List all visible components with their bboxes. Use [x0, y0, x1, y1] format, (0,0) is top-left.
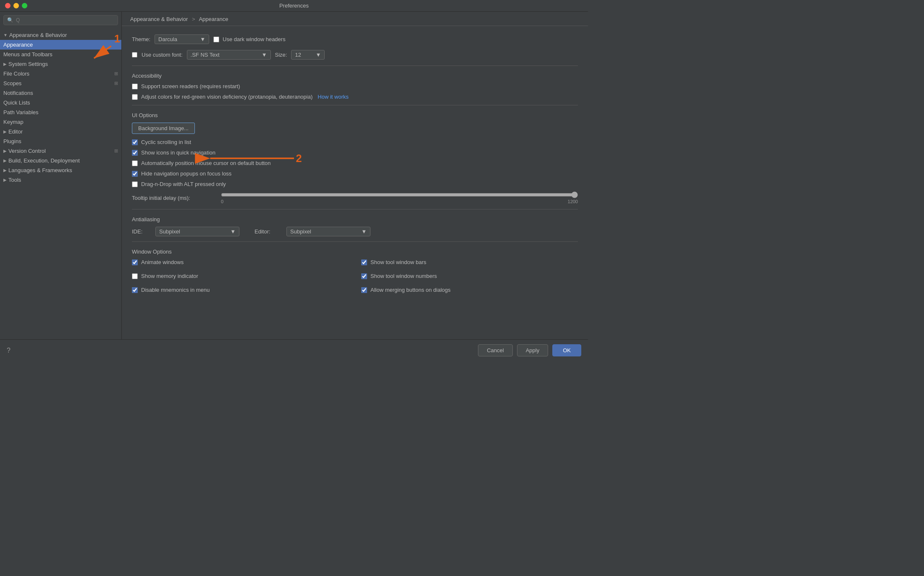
sidebar-item-label: System Settings	[8, 61, 48, 67]
cyclic-scroll-label: Cyclic scrolling in list	[141, 139, 191, 145]
window-title: Preferences	[279, 3, 309, 9]
expand-arrow: ▶	[3, 129, 7, 134]
search-box[interactable]: 🔍	[3, 15, 118, 25]
ui-options-title: UI Options	[132, 112, 578, 118]
show-memory-checkbox[interactable]	[132, 273, 138, 279]
animate-windows-label: Animate windows	[141, 259, 184, 265]
maximize-button[interactable]	[22, 3, 27, 8]
sidebar-item-path-variables[interactable]: Path Variables	[0, 107, 121, 117]
sidebar-item-label: Keymap	[3, 119, 24, 125]
title-bar: Preferences	[0, 0, 588, 12]
breadcrumb-parent: Appearance & Behavior	[130, 16, 188, 22]
custom-font-label: Use custom font:	[142, 52, 183, 58]
disable-mnemonics-checkbox[interactable]	[132, 287, 138, 293]
screen-readers-checkbox[interactable]	[132, 84, 138, 89]
minimize-button[interactable]	[13, 3, 19, 8]
search-icon: 🔍	[7, 17, 13, 23]
expand-arrow: ▶	[3, 149, 7, 153]
sidebar-item-scopes[interactable]: Scopes ⊞	[0, 79, 121, 88]
close-button[interactable]	[5, 3, 10, 8]
hide-nav-checkbox[interactable]	[132, 171, 138, 177]
size-dropdown[interactable]: 12 ▼	[291, 50, 325, 60]
ide-antialiasing-dropdown[interactable]: Subpixel ▼	[155, 227, 239, 236]
sidebar-item-keymap[interactable]: Keymap	[0, 117, 121, 127]
color-blind-checkbox[interactable]	[132, 94, 138, 100]
hide-nav-row: Hide navigation popups on focus loss	[132, 170, 578, 177]
sidebar-item-languages-frameworks[interactable]: ▶ Languages & Frameworks	[0, 165, 121, 175]
sidebar-item-quick-lists[interactable]: Quick Lists	[0, 98, 121, 107]
cyclic-scroll-checkbox[interactable]	[132, 139, 138, 145]
sidebar-item-build-execution[interactable]: ▶ Build, Execution, Deployment	[0, 156, 121, 165]
bottom-bar: ? Cancel Apply OK	[0, 339, 588, 361]
font-value: .SF NS Text	[191, 52, 220, 58]
font-dropdown-arrow: ▼	[262, 52, 267, 58]
sidebar-item-label: Path Variables	[3, 109, 39, 115]
sidebar: 🔍 ▼ Appearance & Behavior Appearance Men…	[0, 12, 122, 339]
divider-window-options	[132, 241, 578, 242]
cancel-button[interactable]: Cancel	[478, 344, 512, 356]
show-memory-row: Show memory indicator	[132, 273, 349, 279]
theme-dropdown[interactable]: Darcula ▼	[155, 34, 209, 44]
background-image-button[interactable]: Background Image...	[132, 123, 195, 134]
sidebar-item-label: Plugins	[3, 138, 21, 144]
show-tool-numbers-checkbox[interactable]	[361, 273, 367, 279]
sidebar-item-file-colors[interactable]: File Colors ⊞	[0, 69, 121, 79]
drag-drop-checkbox[interactable]	[132, 181, 138, 187]
sidebar-item-label: Notifications	[3, 90, 33, 96]
sidebar-item-appearance[interactable]: Appearance	[0, 40, 121, 50]
editor-antialiasing-dropdown[interactable]: Subpixel ▼	[286, 227, 370, 236]
sidebar-item-label: Appearance & Behavior	[9, 32, 67, 38]
sidebar-item-label: Menus and Toolbars	[3, 51, 52, 58]
cyclic-scroll-row: Cyclic scrolling in list	[132, 139, 578, 145]
search-input[interactable]	[16, 17, 114, 23]
sidebar-item-label: Languages & Frameworks	[8, 167, 72, 173]
custom-font-checkbox[interactable]	[132, 52, 137, 58]
ok-button[interactable]: OK	[552, 344, 581, 356]
sidebar-item-label: Scopes	[3, 80, 21, 86]
animate-windows-checkbox[interactable]	[132, 259, 138, 265]
sidebar-item-label: Editor	[8, 128, 23, 135]
sidebar-item-editor[interactable]: ▶ Editor	[0, 127, 121, 136]
auto-mouse-checkbox[interactable]	[132, 160, 138, 166]
allow-merging-checkbox[interactable]	[361, 287, 367, 293]
window-controls[interactable]	[5, 3, 27, 8]
expand-arrow: ▼	[3, 33, 8, 37]
breadcrumb: Appearance & Behavior > Appearance	[122, 12, 588, 26]
show-tool-numbers-row: Show tool window numbers	[361, 273, 578, 279]
show-memory-label: Show memory indicator	[141, 273, 198, 279]
copy-icon: ⊞	[114, 148, 118, 154]
help-icon[interactable]: ?	[7, 347, 10, 354]
copy-icon: ⊞	[114, 71, 118, 76]
show-icons-row: Show icons in quick navigation	[132, 149, 578, 156]
show-tool-bars-checkbox[interactable]	[361, 259, 367, 265]
dark-header-checkbox[interactable]	[213, 37, 219, 42]
sidebar-item-system-settings[interactable]: ▶ System Settings	[0, 59, 121, 69]
sidebar-item-label: File Colors	[3, 71, 29, 77]
allow-merging-row: Allow merging buttons on dialogs	[361, 287, 578, 293]
show-icons-checkbox[interactable]	[132, 150, 138, 156]
sidebar-item-tools[interactable]: ▶ Tools	[0, 175, 121, 185]
sidebar-item-menus-toolbars[interactable]: Menus and Toolbars	[0, 50, 121, 59]
expand-arrow: ▶	[3, 178, 7, 182]
font-dropdown[interactable]: .SF NS Text ▼	[187, 50, 271, 60]
how-it-works-link[interactable]: How it works	[318, 94, 349, 100]
sidebar-item-notifications[interactable]: Notifications	[0, 88, 121, 98]
sidebar-item-version-control[interactable]: ▶ Version Control ⊞	[0, 146, 121, 156]
window-options-title: Window Options	[132, 249, 578, 255]
settings-content: Theme: Darcula ▼ Use dark window headers…	[122, 26, 588, 339]
size-label: Size:	[275, 52, 287, 58]
window-options-grid: Animate windows Show tool window bars Sh…	[132, 259, 578, 297]
show-tool-bars-row: Show tool window bars	[361, 259, 578, 265]
apply-button[interactable]: Apply	[517, 344, 549, 356]
editor-label: Editor:	[255, 228, 280, 235]
tooltip-min: 0	[221, 199, 223, 204]
drag-drop-row: Drag-n-Drop with ALT pressed only	[132, 181, 578, 187]
sidebar-item-appearance-behavior[interactable]: ▼ Appearance & Behavior	[0, 30, 121, 40]
antialiasing-title: Antialiasing	[132, 216, 578, 223]
ide-label: IDE:	[132, 228, 149, 235]
sidebar-item-plugins[interactable]: Plugins	[0, 136, 121, 146]
breadcrumb-separator: >	[192, 16, 195, 22]
expand-arrow: ▶	[3, 158, 7, 163]
tooltip-slider[interactable]	[221, 191, 578, 198]
sidebar-tree: ▼ Appearance & Behavior Appearance Menus…	[0, 29, 121, 186]
